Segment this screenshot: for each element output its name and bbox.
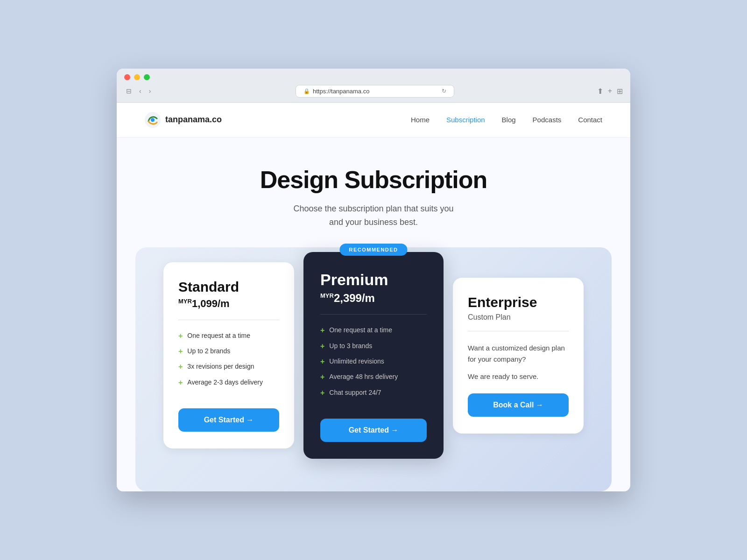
logo-text: tanpanama.co [165,115,222,125]
tabs-button[interactable]: ⊞ [617,87,623,96]
plus-icon: + [320,372,324,382]
nav-home[interactable]: Home [411,116,430,124]
list-item: +One request at a time [178,331,279,341]
standard-price-value: 1,099/m [192,298,230,310]
page-content: tanpanama.co Home Subscription Blog Podc… [117,103,630,492]
enterprise-plan-subtitle: Custom Plan [468,313,569,322]
enterprise-plan-name: Enterprise [468,294,569,310]
standard-plan-card: Standard MYR1,099/m +One request at a ti… [163,262,294,448]
close-button[interactable] [124,74,130,80]
plus-icon: + [320,341,324,351]
premium-plan-name: Premium [320,271,427,289]
list-item: +One request at a time [320,326,427,336]
list-item: +Up to 3 brands [320,342,427,351]
enterprise-description: Want a customized design plan for your c… [468,343,569,365]
premium-cta-button[interactable]: Get Started → [320,419,427,442]
standard-plan-price: MYR1,099/m [178,298,279,310]
logo[interactable]: tanpanama.co [145,112,222,128]
nav-subscription[interactable]: Subscription [446,116,485,124]
list-item: +Chat support 24/7 [320,388,427,398]
pricing-container: Standard MYR1,099/m +One request at a ti… [135,247,612,491]
list-item: +3x revisions per design [178,362,279,372]
browser-chrome: ⊟ ‹ › 🔒 https://tanpanama.co ↻ ⬆ + ⊞ [117,69,630,103]
minimize-button[interactable] [134,74,140,80]
plus-icon: + [320,388,324,398]
browser-action-icons: ⬆ + ⊞ [597,87,623,96]
navbar: tanpanama.co Home Subscription Blog Podc… [117,103,630,138]
browser-window: ⊟ ‹ › 🔒 https://tanpanama.co ↻ ⬆ + ⊞ [117,69,630,492]
nav-blog[interactable]: Blog [502,116,516,124]
share-button[interactable]: ⬆ [597,87,603,96]
premium-currency: MYR [320,292,334,299]
sidebar-toggle-button[interactable]: ⊟ [124,86,134,96]
list-item: +Up to 2 brands [178,347,279,357]
traffic-lights [124,74,623,80]
standard-divider [178,320,279,320]
standard-plan-name: Standard [178,279,279,295]
browser-toolbar: ⊟ ‹ › 🔒 https://tanpanama.co ↻ ⬆ + ⊞ [124,85,623,102]
plus-icon: + [178,346,183,357]
list-item: +Average 48 hrs delivery [320,372,427,382]
hero-subtitle: Choose the subscription plan that suits … [135,202,612,229]
standard-features: +One request at a time +Up to 2 brands +… [178,331,279,394]
premium-divider [320,314,427,315]
premium-features: +One request at a time +Up to 3 brands +… [320,326,427,404]
hero-section: Design Subscription Choose the subscript… [117,138,630,248]
new-tab-button[interactable]: + [608,87,612,95]
nav-podcasts[interactable]: Podcasts [533,116,562,124]
recommended-badge: RECOMMENDED [339,244,407,256]
pricing-cards-wrapper: Standard MYR1,099/m +One request at a ti… [163,257,584,454]
maximize-button[interactable] [144,74,150,80]
standard-currency: MYR [178,298,192,305]
back-button[interactable]: ‹ [137,86,143,96]
plus-icon: + [178,331,183,341]
nav-contact[interactable]: Contact [578,116,602,124]
premium-plan-card: RECOMMENDED Premium MYR2,399/m +One requ… [303,252,444,459]
refresh-icon[interactable]: ↻ [442,88,446,94]
address-bar[interactable]: 🔒 https://tanpanama.co ↻ [296,85,454,98]
logo-icon [145,112,161,128]
plus-icon: + [178,362,183,372]
page-title: Design Subscription [135,166,612,194]
nav-links: Home Subscription Blog Podcasts Contact [411,116,602,124]
book-call-button[interactable]: Book a Call → [468,393,569,417]
enterprise-plan-card: Enterprise Custom Plan Want a customized… [453,278,584,434]
svg-point-1 [151,118,155,122]
browser-nav-icons: ⊟ ‹ › [124,86,153,96]
forward-button[interactable]: › [147,86,153,96]
plus-icon: + [320,325,324,336]
premium-plan-price: MYR2,399/m [320,292,427,305]
list-item: +Unlimited revisions [320,357,427,367]
premium-price-value: 2,399/m [334,292,375,304]
address-bar-wrapper: 🔒 https://tanpanama.co ↻ [157,85,592,98]
enterprise-subtext: We are ready to serve. [468,372,569,380]
enterprise-divider [468,331,569,331]
plus-icon: + [320,357,324,367]
url-text: https://tanpanama.co [313,88,369,95]
list-item: +Average 2-3 days delivery [178,378,279,388]
plus-icon: + [178,378,183,388]
standard-cta-button[interactable]: Get Started → [178,408,279,432]
lock-icon: 🔒 [303,88,310,94]
